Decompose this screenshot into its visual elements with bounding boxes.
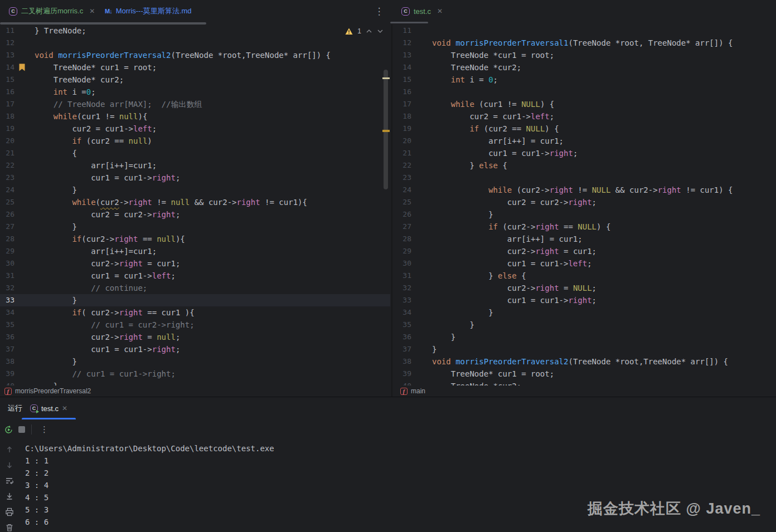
code-line[interactable]: 13 TreeNode *cur1 = root; [396,49,776,61]
line-number[interactable]: 34 [396,306,411,319]
code-line[interactable]: 30 cur2->right = cur1; [0,257,390,270]
line-number[interactable]: 12 [0,37,14,49]
line-number[interactable]: 17 [0,98,14,110]
line-number[interactable]: 37 [0,343,14,355]
line-number[interactable]: 36 [0,331,14,343]
code-line[interactable]: 22 arr[i++]=cur1; [0,159,390,172]
code-line[interactable]: 39 // cur1 = cur1->right; [0,368,390,380]
line-number[interactable]: 29 [396,245,411,257]
code-line[interactable]: 17 while (cur1 != NULL) { [396,98,776,110]
rerun-icon[interactable] [4,425,13,435]
line-number[interactable]: 13 [396,49,411,61]
code-line[interactable]: 33 cur1 = cur1->right; [396,294,776,306]
breadcrumb-label[interactable]: morrisPreorderTraversal2 [15,387,91,395]
line-number[interactable]: 19 [396,123,411,135]
code-line[interactable]: 34 } [396,306,776,319]
code-line[interactable]: 14 TreeNode *cur2; [396,61,776,74]
line-number[interactable]: 37 [396,343,411,355]
code-line[interactable]: 36 } [396,331,776,343]
arrow-down-icon[interactable] [5,461,14,470]
line-number[interactable]: 26 [396,208,411,221]
code-line[interactable]: 40 } [0,380,390,385]
line-number[interactable]: 22 [396,159,411,172]
run-tab-test-c[interactable]: C test.c ✕ [22,397,76,419]
line-number[interactable]: 14 [0,61,14,74]
line-number[interactable]: 28 [0,233,14,245]
code-line[interactable]: 31 cur1 = cur1->left; [0,270,390,282]
code-line[interactable]: 39 TreeNode* cur1 = root; [396,368,776,380]
code-line[interactable]: 11} TreeNode; [0,25,390,37]
line-number[interactable]: 32 [396,282,411,294]
arrow-up-icon[interactable] [5,445,14,454]
line-number[interactable]: 11 [396,25,411,37]
line-number[interactable]: 39 [396,368,411,380]
tab-scrollbar[interactable] [390,22,428,23]
code-line[interactable]: 21 cur1 = cur1->right; [396,147,776,159]
line-number[interactable]: 14 [396,61,411,74]
tool-window-title[interactable]: 运行 [8,397,22,419]
code-line[interactable]: 18 cur2 = cur1->left; [396,110,776,123]
code-line[interactable]: 25 cur2 = cur2->right; [396,196,776,208]
breadcrumb[interactable]: f main [396,385,776,397]
code-line[interactable]: 16 int i =0; [0,86,390,98]
stop-icon[interactable] [18,426,25,433]
code-line[interactable]: 27 if (cur2->right == NULL) { [396,221,776,233]
line-number[interactable]: 16 [396,86,411,98]
line-number[interactable]: 15 [0,74,14,86]
more-options-icon[interactable]: ⋮ [38,424,51,435]
right-code-area[interactable]: 1112void morrisPreorderTraversal1(TreeNo… [396,25,776,385]
line-number[interactable]: 31 [396,270,411,282]
line-number[interactable]: 29 [0,245,14,257]
code-line[interactable]: 32 cur2->right = NULL; [396,282,776,294]
code-line[interactable]: 24 while (cur2->right != NULL && cur2->r… [396,184,776,196]
line-number[interactable]: 13 [0,49,14,61]
code-line[interactable]: 35 } [396,319,776,331]
code-line[interactable]: 20 arr[i++] = cur1; [396,135,776,147]
line-number[interactable]: 34 [0,306,14,319]
line-number[interactable]: 38 [0,355,14,368]
split-divider[interactable] [391,25,392,397]
code-line[interactable]: 33 } [0,294,390,306]
code-line[interactable]: 37 cur1 = cur1->right; [0,343,390,355]
code-line[interactable]: 25 while(cur2->right != null && cur2->ri… [0,196,390,208]
code-line[interactable]: 29 cur2->right = cur1; [396,245,776,257]
line-number[interactable]: 19 [0,123,14,135]
line-number[interactable]: 33 [0,294,14,306]
soft-wrap-icon[interactable] [5,476,14,485]
line-number[interactable]: 30 [0,257,14,270]
code-line[interactable]: 27 } [0,221,390,233]
code-line[interactable]: 38 } [0,355,390,368]
code-line[interactable]: 29 arr[i++]=cur1; [0,245,390,257]
line-number[interactable]: 27 [0,221,14,233]
line-number[interactable]: 35 [396,319,411,331]
code-line[interactable]: 32 // continue; [0,282,390,294]
line-number[interactable]: 40 [396,380,411,385]
code-line[interactable]: 38void morrisPreorderTraversal2(TreeNode… [396,355,776,368]
close-icon[interactable]: ✕ [62,404,67,412]
chevron-up-icon[interactable] [366,29,372,33]
code-line[interactable]: 11 [396,25,776,37]
line-number[interactable]: 24 [396,184,411,196]
line-number[interactable]: 21 [0,147,14,159]
line-number[interactable]: 27 [396,221,411,233]
close-icon[interactable]: ✕ [89,7,95,15]
print-icon[interactable] [5,507,14,516]
line-number[interactable]: 17 [396,98,411,110]
code-line[interactable]: 12 [0,37,390,49]
code-line[interactable]: 35 // cur1 = cur2->right; [0,319,390,331]
code-line[interactable]: 23 cur1 = cur1->right; [0,172,390,184]
code-line[interactable]: 14 TreeNode* cur1 = root; [0,61,390,74]
code-line[interactable]: 16 [396,86,776,98]
code-line[interactable]: 20 if (cur2 == null) [0,135,390,147]
line-number[interactable]: 32 [0,282,14,294]
line-number[interactable]: 39 [0,368,14,380]
line-number[interactable]: 23 [396,172,411,184]
line-number[interactable]: 11 [0,25,14,37]
code-line[interactable]: 21 { [0,147,390,159]
line-number[interactable]: 15 [396,74,411,86]
code-line[interactable]: 19 cur2 = cur1->left; [0,123,390,135]
line-number[interactable]: 18 [0,110,14,123]
tab-test-c-right[interactable]: C test.c ✕ [396,0,448,22]
line-number[interactable]: 20 [396,135,411,147]
code-line[interactable]: 40 TreeNode *cur2; [396,380,776,385]
